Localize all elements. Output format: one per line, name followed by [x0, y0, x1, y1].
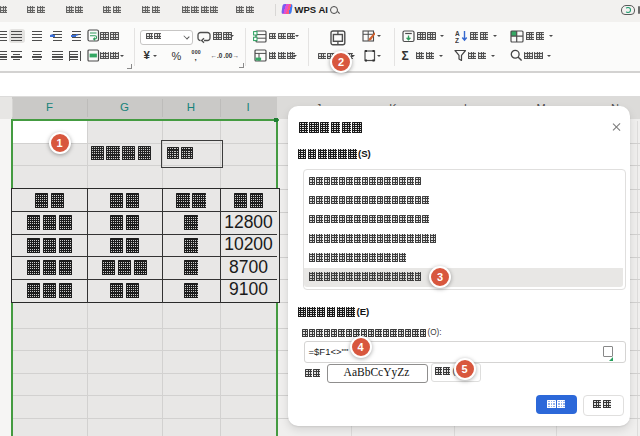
svg-text:Z: Z	[455, 36, 459, 43]
